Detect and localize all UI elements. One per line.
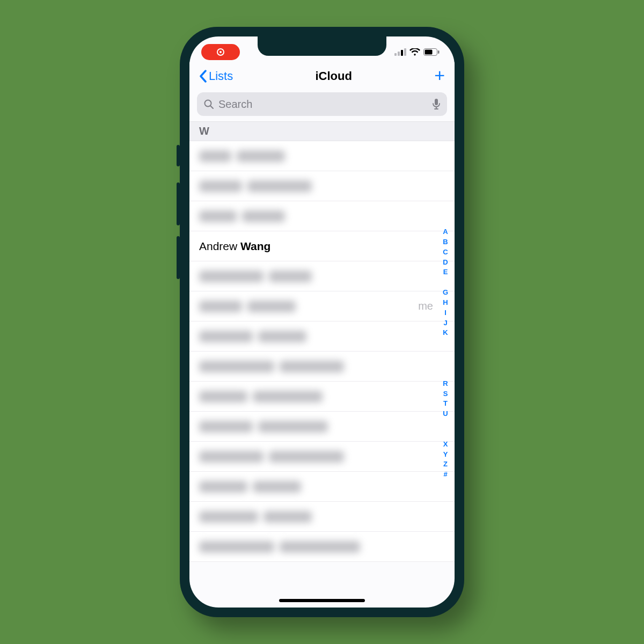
svg-rect-3 [404,48,406,56]
contact-row[interactable] [189,201,455,231]
redacted-contact [199,451,344,463]
contact-row[interactable] [189,472,455,502]
index-letter[interactable]: D [443,258,448,268]
alphabet-index[interactable]: ABCDE•GHIJK••••RSTU••XYZ# [440,227,451,480]
redacted-contact [199,511,312,523]
index-letter[interactable]: E [443,267,448,277]
contact-row[interactable] [189,532,455,562]
volume-down-button [177,236,180,279]
status-icons [394,48,440,56]
svg-rect-5 [425,50,433,55]
index-letter[interactable]: C [443,247,448,258]
redacted-contact [199,541,360,553]
index-letter[interactable]: H [443,298,448,308]
index-letter[interactable]: B [443,237,448,247]
search-placeholder: Search [218,98,428,111]
index-letter[interactable]: Z [443,459,448,470]
index-letter[interactable]: • [444,429,447,440]
contact-row[interactable] [189,352,455,382]
record-icon [217,48,224,56]
contact-name: Andrew Wang [199,240,270,253]
phone-screen: Lists iCloud + Search W [189,36,455,608]
index-letter[interactable]: • [444,277,447,288]
index-letter[interactable]: T [443,399,448,409]
navigation-bar: Lists iCloud + [189,62,455,90]
contact-row[interactable]: Andrew Wang [189,231,455,261]
contact-row[interactable]: me [189,291,455,321]
side-button [177,145,180,166]
page-title: iCloud [315,69,352,83]
index-letter[interactable]: U [443,409,448,419]
screen-recording-indicator[interactable] [201,44,240,60]
index-letter[interactable]: I [444,308,447,318]
index-letter[interactable]: R [443,379,448,389]
index-letter[interactable]: A [443,227,448,237]
index-letter[interactable]: • [444,338,447,348]
cellular-signal-icon [394,48,406,56]
redacted-contact [199,421,328,433]
add-contact-button[interactable]: + [434,66,445,86]
index-letter[interactable]: • [444,348,447,358]
index-letter[interactable]: X [443,440,448,450]
home-indicator[interactable] [279,599,365,602]
index-letter[interactable]: G [443,288,448,298]
redacted-contact [199,391,323,402]
index-letter[interactable]: • [444,358,447,369]
section-header: W [189,121,455,141]
chevron-left-icon [199,70,208,83]
contact-row[interactable] [189,502,455,532]
index-letter[interactable]: # [443,470,447,480]
battery-icon [423,48,440,56]
index-letter[interactable]: J [443,318,447,328]
microphone-icon[interactable] [432,98,441,110]
contact-row[interactable] [189,321,455,352]
search-input[interactable]: Search [197,92,447,116]
back-button[interactable]: Lists [199,69,233,83]
phone-frame: Lists iCloud + Search W [180,27,464,617]
redacted-contact [199,150,285,162]
contacts-list[interactable]: Andrew WangmeABCDE•GHIJK••••RSTU••XYZ# [189,141,455,562]
me-indicator: me [418,300,433,312]
contact-row[interactable] [189,382,455,412]
index-letter[interactable]: • [444,369,447,379]
svg-line-8 [210,106,213,108]
wifi-icon [409,48,420,56]
index-letter[interactable]: K [443,328,448,338]
redacted-contact [199,301,296,312]
svg-rect-0 [394,53,397,56]
svg-rect-6 [438,50,440,54]
svg-rect-9 [435,99,438,105]
redacted-contact [199,270,312,282]
contact-row[interactable] [189,261,455,291]
contact-row[interactable] [189,412,455,442]
redacted-contact [199,180,312,192]
redacted-contact [199,331,306,342]
contact-row[interactable] [189,141,455,171]
index-letter[interactable]: Y [443,450,448,460]
redacted-contact [199,481,301,493]
contact-row[interactable] [189,171,455,201]
notch [258,36,386,56]
volume-up-button [177,182,180,225]
svg-rect-2 [401,50,403,56]
search-icon [203,99,214,109]
contact-row[interactable] [189,442,455,472]
svg-rect-1 [398,52,400,56]
redacted-contact [199,210,285,222]
search-container: Search [189,90,455,121]
redacted-contact [199,361,344,372]
back-label: Lists [209,69,233,83]
index-letter[interactable]: • [444,419,447,429]
index-letter[interactable]: S [443,389,448,399]
